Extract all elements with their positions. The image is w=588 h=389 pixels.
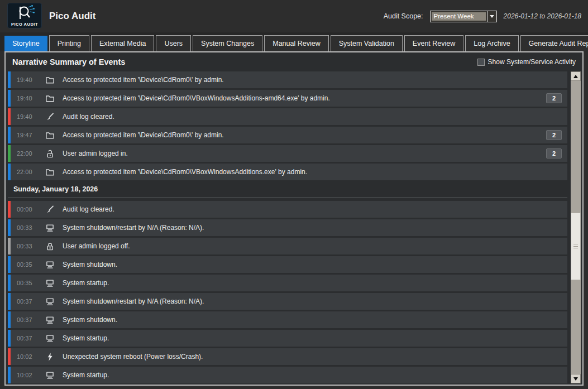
severity-bar (8, 256, 11, 273)
audit-scope-label: Audit Scope: (384, 12, 423, 20)
event-message: Access to protected item '\Device\CdRom0… (63, 168, 567, 176)
severity-bar (8, 330, 11, 347)
scrollbar-thumb[interactable] (571, 213, 581, 280)
event-message: Audit log cleared. (63, 205, 567, 213)
bolt-icon (45, 352, 55, 362)
event-time: 00:37 (17, 335, 42, 342)
event-row[interactable]: 00:37System startup. (8, 330, 567, 347)
app-title: Pico Audit (49, 0, 95, 32)
severity-bar (8, 71, 11, 88)
tab-manual-review[interactable]: Manual Review (264, 35, 328, 51)
tab-system-changes[interactable]: System Changes (193, 35, 262, 51)
event-count-badge: 2 (546, 130, 562, 140)
event-time: 10:02 (17, 353, 42, 360)
folder-icon (45, 167, 55, 177)
severity-bar (8, 311, 11, 328)
tab-log-archive[interactable]: Log Archive (465, 35, 518, 51)
event-message: Unexpected system reboot (Power loss/Cra… (63, 353, 567, 361)
event-message: User admin logged in. (63, 150, 546, 157)
arrow-up-icon (573, 75, 578, 78)
vertical-scrollbar[interactable] (571, 71, 581, 383)
computer-icon (45, 370, 55, 380)
event-row[interactable]: 19:40Access to protected item '\Device\C… (8, 90, 567, 107)
event-message: System shutdown. (63, 261, 567, 268)
event-row[interactable]: 00:37System shutdown. (8, 311, 567, 328)
severity-bar (8, 275, 11, 291)
event-message: System startup. (63, 371, 567, 379)
event-time: 00:37 (17, 298, 42, 305)
severity-bar (8, 219, 11, 236)
tab-printing[interactable]: Printing (49, 35, 89, 51)
dropdown-arrow-button[interactable] (487, 11, 496, 22)
tab-users[interactable]: Users (156, 35, 191, 51)
brush-icon (45, 204, 55, 214)
show-system-activity-checkbox[interactable] (477, 59, 485, 66)
checkbox-label: Show System/Service Activity (488, 58, 576, 66)
event-message: User admin logged off. (63, 242, 567, 250)
folder-icon (45, 93, 55, 103)
severity-bar (8, 293, 11, 310)
chevron-down-icon (490, 15, 494, 18)
event-row[interactable]: 19:40Access to protected item '\Device\C… (8, 71, 567, 88)
tab-strip: StorylinePrintingExternal MediaUsersSyst… (0, 32, 588, 51)
event-time: 19:47 (17, 132, 42, 138)
severity-bar (8, 238, 11, 254)
event-time: 22:00 (17, 150, 42, 157)
event-message: Access to protected item '\Device\CdRom0… (63, 76, 567, 84)
event-row[interactable]: 10:02System startup. (8, 367, 567, 383)
tab-generate-audit-report[interactable]: Generate Audit Report (520, 35, 588, 51)
tab-event-review[interactable]: Event Review (404, 35, 463, 51)
event-row[interactable]: 00:35System shutdown. (8, 256, 567, 273)
audit-scope-dropdown[interactable]: Present Week (430, 11, 497, 22)
event-row[interactable]: 00:00Audit log cleared. (8, 201, 567, 218)
date-header: Sunday, January 18, 2026 (8, 185, 567, 198)
event-row[interactable]: 10:02Unexpected system reboot (Power los… (8, 348, 567, 365)
computer-icon (45, 333, 55, 343)
scroll-down-button[interactable] (571, 374, 581, 383)
event-time: 00:35 (17, 280, 42, 286)
severity-bar (8, 90, 11, 107)
severity-bar (8, 348, 11, 365)
severity-bar (8, 164, 11, 180)
event-time: 22:00 (17, 169, 42, 175)
severity-bar (8, 367, 11, 383)
panel-header: Narrative Summary of Events Show System/… (6, 52, 582, 71)
event-message: System startup. (63, 279, 567, 287)
event-row[interactable]: 19:47Access to protected item '\Device\C… (8, 127, 567, 143)
event-time: 10:02 (17, 372, 42, 378)
pico-audit-logo-icon (12, 4, 38, 23)
scroll-up-button[interactable] (571, 71, 581, 81)
event-message: System shutdown/restart by N/A (Reason: … (63, 224, 567, 232)
event-row[interactable]: 00:33System shutdown/restart by N/A (Rea… (8, 219, 567, 236)
arrow-down-icon (573, 377, 578, 381)
audit-scope-group: Audit Scope: Present Week 2026-01-12 to … (384, 0, 581, 32)
tab-system-validation[interactable]: System Validation (331, 35, 403, 51)
event-row[interactable]: 19:40Audit log cleared. (8, 108, 567, 125)
event-row[interactable]: 00:35System startup. (8, 275, 567, 291)
event-message: Audit log cleared. (63, 113, 567, 121)
event-message: System shutdown. (63, 316, 567, 324)
event-row[interactable]: 22:00User admin logged in.2 (8, 145, 567, 162)
severity-bar (8, 127, 11, 143)
severity-bar (8, 201, 11, 218)
page-title: Narrative Summary of Events (12, 57, 125, 66)
folder-icon (45, 130, 55, 140)
event-row[interactable]: 22:00Access to protected item '\Device\C… (8, 164, 567, 180)
scrollbar-track[interactable] (571, 81, 581, 374)
event-row[interactable]: 00:37System shutdown/restart by N/A (Rea… (8, 293, 567, 310)
event-time: 00:33 (17, 243, 42, 249)
event-row[interactable]: 00:33User admin logged off. (8, 238, 567, 254)
lock-icon (45, 241, 55, 251)
show-system-activity-toggle[interactable]: Show System/Service Activity (477, 58, 576, 66)
event-message: Access to protected item '\Device\CdRom0… (63, 131, 546, 139)
severity-bar (8, 108, 11, 125)
app-header: PICO AUDIT Pico Audit Audit Scope: Prese… (0, 0, 588, 32)
tab-bar: StorylinePrintingExternal MediaUsersSyst… (4, 35, 588, 51)
tab-external-media[interactable]: External Media (91, 35, 154, 51)
tab-storyline[interactable]: Storyline (4, 36, 47, 51)
event-time: 00:33 (17, 224, 42, 231)
brush-icon (45, 112, 55, 122)
event-message: System startup. (63, 334, 567, 342)
event-list: 19:40Access to protected item '\Device\C… (8, 71, 567, 385)
event-time: 00:00 (17, 206, 42, 213)
